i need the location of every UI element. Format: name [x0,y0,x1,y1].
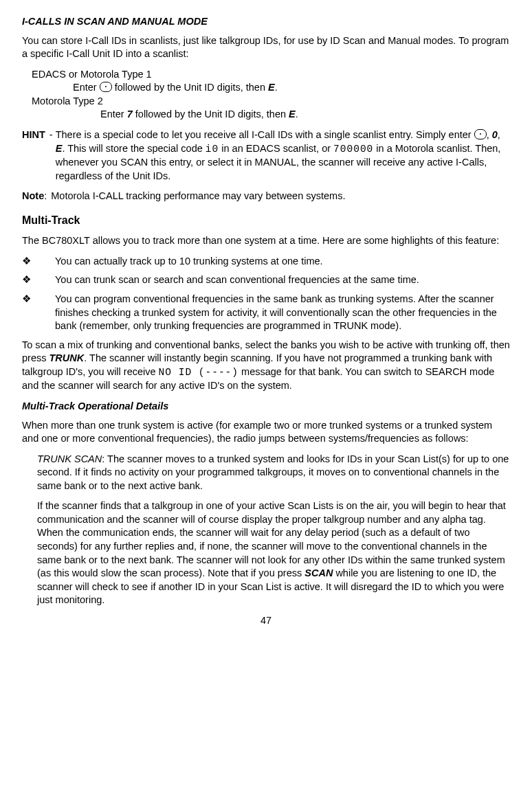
dot-key-icon [474,129,487,139]
key-scan: SCAN [304,567,333,578]
edacs-title: EDACS or Motorola Type 1 [32,68,510,82]
moto-title: Motorola Type 2 [32,95,510,109]
paragraph-opdetails-intro: When more than one trunk system is activ… [22,419,510,446]
key-e: E [268,82,275,93]
code-i0: i0 [206,144,219,155]
text-followed: followed by the Unit ID digits, then [112,82,268,93]
text-enter: Enter [100,109,127,120]
bullet-text: You can actually track up to 10 trunking… [55,255,510,269]
bullet-icon: ❖ [22,293,55,333]
bullet-text: You can program conventional frequencies… [55,293,510,333]
moto-enter-line: Enter 7 followed by the Unit ID digits, … [100,108,510,122]
text-period: . [296,109,298,120]
bullet-item-3: ❖ You can program conventional frequenci… [22,293,510,333]
text-enter: Enter [73,82,100,93]
text-body: : The scanner moves to a trunked system … [37,453,509,491]
programming-block: EDACS or Motorola Type 1 Enter followed … [32,68,510,122]
edacs-enter-line: Enter followed by the Unit ID digits, th… [73,81,510,95]
hint-comma: , [498,129,500,140]
dot-key-icon [100,82,112,92]
bullet-text: You can trunk scan or search and scan co… [55,273,510,287]
subsection-heading-opdetails: Multi-Track Operational Details [22,400,510,414]
hint-text-d: in an EDACS scanlist, or [219,143,333,154]
note-colon: : [44,190,47,201]
bullet-item-2: ❖ You can trunk scan or search and scan … [22,273,510,287]
paragraph-trunkscan: TRUNK SCAN: The scanner moves to a trunk… [37,453,510,493]
hint-body: There is a special code to let you recei… [56,128,510,183]
paragraph-mix: To scan a mix of trunking and convention… [22,339,510,393]
text-period: . [275,82,278,93]
paragraph-trunkscan-2: If the scanner finds that a talkgroup in… [37,499,510,607]
hint-dash: - [47,129,53,140]
note-body: Motorola I-CALL tracking performance may… [51,190,510,203]
bullet-icon: ❖ [22,255,55,269]
text-followed: followed by the Unit ID digits, then [133,109,289,120]
page: I-CALLS IN SCAN AND MANUAL MODE You can … [0,0,532,812]
label-trunkscan: TRUNK SCAN [37,453,102,464]
key-e: E [56,143,63,154]
hint-text-a: There is a special code to let you recei… [56,129,474,140]
hint-label: HINT [22,129,45,140]
section-heading-icalls: I-CALLS IN SCAN AND MANUAL MODE [22,15,510,29]
key-trunk: TRUNK [49,352,85,363]
page-number: 47 [22,614,510,628]
bullet-item-1: ❖ You can actually track up to 10 trunki… [22,255,510,269]
bullet-icon: ❖ [22,273,55,287]
note-label: Note [22,190,44,201]
key-e: E [289,109,296,120]
code-noid: NO ID (----) [159,367,239,378]
key-zero: 0 [492,129,498,140]
section-heading-multitrack: Multi-Track [22,213,510,228]
hint-text-c: . This will store the special code [62,143,205,154]
hint-text-b: , [487,129,492,140]
code-700000: 700000 [333,144,373,155]
hint-block: HINT - There is a special code to let yo… [22,128,510,183]
note-block: Note: Motorola I-CALL tracking performan… [22,190,510,203]
key-seven: 7 [127,109,133,120]
paragraph-intro: You can store I-Call IDs in scanlists, j… [22,34,510,61]
paragraph-multitrack-intro: The BC780XLT allows you to track more th… [22,234,510,248]
